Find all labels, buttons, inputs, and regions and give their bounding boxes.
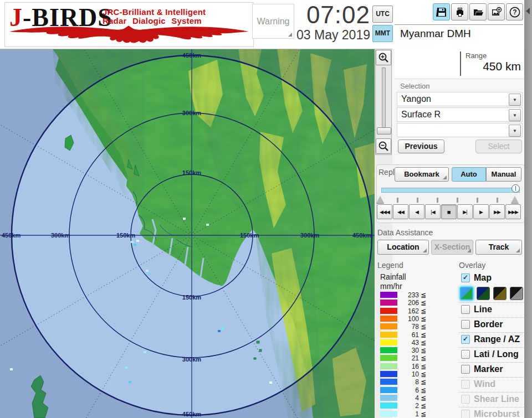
previous-button[interactable]: Previous <box>398 140 444 153</box>
ring-label: 150km <box>240 232 259 239</box>
location-button[interactable]: Location <box>377 240 429 255</box>
legend-title: Rainfallmm/hr <box>380 272 406 291</box>
rain-echo <box>206 224 209 226</box>
bookmark-button[interactable]: Bookmark <box>395 167 449 182</box>
header-bar: J-BIRDS JRC-Brilliant & IntelligentRadar… <box>0 0 524 49</box>
row-separator <box>459 407 524 407</box>
chevron-down-icon[interactable]: ▼ <box>509 94 521 106</box>
selection-dropdown-2-value: Surface R <box>401 110 441 120</box>
legend-suffix: ≦ <box>421 323 426 331</box>
replay-slider-track[interactable] <box>381 188 520 193</box>
collapse-arrow-icon[interactable] <box>526 8 530 14</box>
playback-button-6[interactable]: ▶ <box>473 204 489 219</box>
legend-swatch <box>380 402 397 409</box>
select-button[interactable]: Select <box>475 140 522 153</box>
line-checkbox[interactable] <box>461 305 470 314</box>
playback-button-1[interactable]: ◀◀ <box>393 204 408 219</box>
manual-button[interactable]: Manual <box>486 167 521 182</box>
save-button[interactable] <box>433 3 450 20</box>
rain-echo <box>146 270 149 272</box>
playback-button-7[interactable]: ▶▶ <box>489 204 505 219</box>
map-style-swatch-3[interactable] <box>493 287 507 300</box>
clock-date: 03 May 2019 <box>277 28 370 43</box>
legend-swatch <box>380 323 397 329</box>
utc-button[interactable]: UTC <box>372 6 393 23</box>
rain-echo <box>134 244 136 246</box>
legend-swatch <box>380 332 397 338</box>
overlay-row: ✓Range / AZ <box>459 332 524 347</box>
add-image-button[interactable] <box>488 3 505 20</box>
playback-button-2[interactable]: ◀ <box>409 204 424 219</box>
mmt-button[interactable]: MMT <box>372 25 393 42</box>
ring-label: 450km <box>182 52 201 59</box>
open-folder-button[interactable] <box>469 3 487 20</box>
slider-tick <box>497 198 498 203</box>
map-style-swatch-1[interactable] <box>460 287 473 300</box>
lati-long-checkbox[interactable] <box>461 350 470 359</box>
range-az-checkbox[interactable]: ✓ <box>461 335 470 344</box>
rain-echo <box>136 240 139 242</box>
row-separator <box>459 302 524 303</box>
save-icon <box>436 7 447 18</box>
open-folder-icon <box>473 7 484 18</box>
overlay-item-label: Shear Line <box>474 394 519 404</box>
rain-echo <box>131 241 134 243</box>
playback-button-3[interactable]: |◀ <box>425 204 441 219</box>
print-button[interactable] <box>451 3 468 20</box>
map-style-swatch-2[interactable] <box>477 287 490 300</box>
legend-suffix: ≦ <box>421 363 426 370</box>
zoom-slider-track[interactable] <box>382 68 386 134</box>
rain-echo <box>10 368 13 370</box>
x-section-button[interactable]: X-Section <box>431 240 473 255</box>
legend-value: 21 <box>399 354 419 362</box>
selection-dropdown-3[interactable]: ▼ <box>397 123 523 137</box>
overlay-row: Wind <box>459 377 524 392</box>
legend-row: 30≦ <box>380 347 452 354</box>
radar-map[interactable]: 450km 300km 150km 150km 300km 450km 450k… <box>0 49 375 418</box>
selection-dropdown-2[interactable]: Surface R ▼ <box>397 107 523 122</box>
rain-echo <box>183 218 186 220</box>
selection-dropdown-1[interactable]: Yangon ▼ <box>397 92 523 106</box>
radar-map-svg: 450km 300km 150km 150km 300km 450km 450k… <box>0 49 375 418</box>
chevron-down-icon[interactable]: ▼ <box>509 109 521 121</box>
legend-value: 78 <box>399 323 419 331</box>
playback-button-8[interactable]: ▶▶▶ <box>505 204 521 219</box>
row-separator <box>459 392 524 393</box>
track-button[interactable]: Track <box>475 240 522 255</box>
row-separator <box>459 347 524 348</box>
overlay-item-label: Lati / Long <box>474 349 519 359</box>
playback-button-5[interactable]: ▶| <box>457 204 473 219</box>
legend-suffix: ≦ <box>421 378 426 386</box>
legend-value: 16 <box>399 363 419 370</box>
slider-start-marker[interactable] <box>376 196 384 203</box>
ring-label: 300km <box>51 232 70 239</box>
overlay-row: Lati / Long <box>459 347 524 362</box>
zoom-out-button[interactable] <box>376 138 391 154</box>
legend-value: 30 <box>399 347 419 354</box>
ring-label: 450km <box>352 232 371 239</box>
playback-button-0[interactable]: ◀◀◀ <box>377 204 392 219</box>
legend-row: 16≦ <box>380 363 452 370</box>
playback-button-4[interactable]: ■ <box>441 204 457 219</box>
map-style-swatch-4[interactable] <box>510 287 523 300</box>
legend-row: 78≦ <box>380 323 452 330</box>
print-icon <box>454 7 466 18</box>
logo-tagline: JRC-Brilliant & IntelligentRadar Dialogi… <box>103 8 206 25</box>
zoom-slider-thumb[interactable] <box>377 127 391 135</box>
chevron-down-icon[interactable]: ▼ <box>509 125 521 137</box>
auto-button[interactable]: Auto <box>452 167 486 182</box>
overlay-row: ✓Map <box>459 271 524 286</box>
overlay-row: Shear Line <box>459 392 524 407</box>
legend-suffix: ≦ <box>421 339 426 347</box>
slider-end-marker[interactable] <box>511 196 519 203</box>
marker-checkbox[interactable] <box>461 365 470 374</box>
border-checkbox[interactable] <box>461 320 470 329</box>
legend-swatch <box>380 355 397 361</box>
zoom-in-button[interactable] <box>376 50 391 65</box>
panel-collapse-strip[interactable] <box>524 0 532 418</box>
header-separator <box>395 24 523 25</box>
replay-slider-thumb[interactable] <box>511 184 520 193</box>
rain-echo <box>125 367 128 369</box>
help-button[interactable]: ? <box>506 3 523 20</box>
map-checkbox[interactable]: ✓ <box>461 273 470 282</box>
